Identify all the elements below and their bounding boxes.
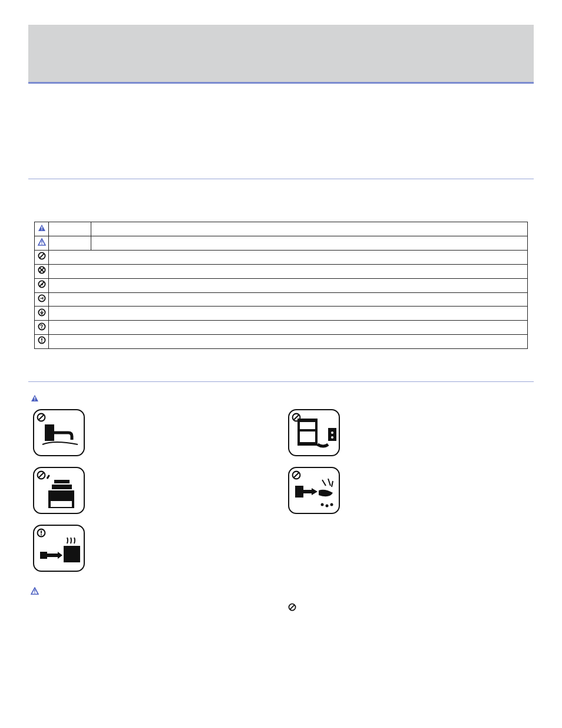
svg-point-49 — [326, 504, 329, 507]
svg-line-61 — [290, 605, 295, 610]
caution-item-text: Be careful, the paper output area is hot… — [33, 623, 274, 634]
no-touch-cell — [35, 278, 49, 292]
warn-line-cell — [35, 236, 49, 251]
row-desc: Hazards or unsafe practices that may res… — [91, 236, 528, 251]
svg-rect-29 — [45, 424, 54, 441]
caution-col-left: During an electrical storm or for a peri… — [33, 602, 274, 676]
symbols-table: WarningHazards or unsafe practices that … — [34, 222, 528, 349]
svg-rect-53 — [41, 534, 42, 535]
table-row: Make sure the machine is grounded to pre… — [35, 307, 528, 321]
intro-paragraph: These warnings and precautions are inclu… — [31, 101, 531, 144]
svg-rect-1 — [41, 226, 42, 229]
svg-rect-46 — [295, 486, 303, 498]
badge-icon — [37, 413, 46, 422]
caution-icon — [31, 587, 39, 594]
svg-line-45 — [294, 472, 299, 477]
table-row: Do not attempt. — [35, 251, 528, 265]
warning-item: Do not use if the power cord is damaged … — [33, 409, 274, 456]
table-row: Call the service center for help. — [35, 321, 528, 335]
caution-item-text: If the machine has been dropped, or if t… — [33, 634, 274, 676]
furniture-pictogram — [288, 409, 340, 456]
svg-point-37 — [331, 436, 333, 439]
svg-rect-33 — [300, 422, 315, 429]
svg-point-48 — [321, 503, 324, 506]
page-title: safety information — [38, 48, 187, 74]
caution-label: Caution — [42, 586, 71, 597]
prohibit-cell — [35, 251, 49, 265]
svg-marker-47 — [312, 488, 318, 495]
svg-rect-26 — [34, 400, 35, 400]
table-row: Do not touch. — [35, 278, 528, 292]
caution-item-text: If the plug does not easily enter the el… — [288, 602, 529, 635]
badge-icon — [292, 413, 301, 422]
section-rule — [28, 381, 534, 382]
row-desc: Do not touch. — [49, 278, 528, 292]
warning-items: Do not use if the power cord is damaged … — [33, 409, 529, 572]
svg-rect-55 — [40, 552, 47, 559]
page-header: safety information — [28, 25, 534, 84]
warn-fill-cell — [35, 222, 49, 236]
svg-rect-5 — [41, 243, 42, 244]
badge-icon — [37, 528, 46, 538]
table-row: Do not disassemble. — [35, 264, 528, 278]
caution-col-right: If the plug does not easily enter the el… — [288, 602, 529, 676]
svg-rect-43 — [54, 480, 70, 483]
warning-item-text: Do not place anything on top of the mach… — [93, 467, 274, 498]
row-desc: Do not attempt. — [49, 251, 528, 265]
svg-rect-42 — [52, 485, 72, 489]
svg-line-28 — [39, 414, 44, 420]
table-row: WarningHazards or unsafe practices that … — [35, 222, 528, 236]
plug-dust-pictogram — [33, 409, 85, 456]
warning-item: Do not bend, or place heavy objects on t… — [288, 409, 529, 456]
svg-rect-2 — [41, 229, 42, 230]
svg-rect-23 — [41, 341, 42, 342]
warning-label: Warning — [42, 393, 73, 403]
svg-rect-4 — [41, 241, 42, 243]
warning-item: Do not remove the plug by pulling on the… — [288, 467, 529, 514]
row-desc: Follow directions explicitly. — [49, 335, 528, 349]
caution-item-text: Do not allow pets to chew on the AC powe… — [288, 635, 529, 657]
row-desc: Unplug the power cord from the wall sock… — [49, 292, 528, 307]
svg-line-31 — [294, 414, 299, 420]
prohibit-icon — [288, 603, 296, 614]
warning-item: Do not place anything on top of the mach… — [33, 467, 274, 514]
warning-icon — [31, 394, 39, 401]
badge-icon — [37, 470, 46, 480]
svg-rect-41 — [51, 501, 72, 507]
svg-rect-35 — [328, 428, 336, 441]
svg-line-39 — [39, 472, 44, 477]
wet-hand-pictogram — [288, 467, 340, 514]
section-subheading: Explanation of all icons and signs used … — [31, 207, 531, 217]
warning-item-text: If the machine gets overheated, it relea… — [93, 525, 274, 566]
warning-item: If the machine gets overheated, it relea… — [33, 525, 274, 572]
svg-point-50 — [330, 503, 333, 506]
svg-rect-22 — [41, 338, 42, 341]
caution-band: Caution — [31, 586, 531, 597]
caution-item-text: During an electrical storm or for a peri… — [33, 602, 274, 623]
svg-line-7 — [39, 254, 44, 259]
row-desc: Do not disassemble. — [49, 264, 528, 278]
badge-icon — [292, 470, 301, 480]
section-important-title: Important safety symbols — [31, 159, 531, 175]
svg-rect-54 — [64, 546, 80, 562]
service-cell — [35, 321, 49, 335]
ground-cell — [35, 307, 49, 321]
caution-items: During an electrical storm or for a peri… — [33, 602, 529, 676]
hot-unplug-pictogram — [33, 525, 85, 572]
svg-point-20 — [41, 328, 42, 329]
unplug-cell — [35, 292, 49, 307]
warning-band: Warning — [31, 393, 531, 403]
svg-rect-25 — [34, 397, 35, 399]
svg-rect-52 — [41, 531, 42, 533]
svg-rect-58 — [34, 589, 35, 592]
section-note: This section explains the meanings of al… — [31, 187, 531, 197]
row-desc: Hazards or unsafe practices that may res… — [91, 222, 528, 236]
svg-point-36 — [331, 431, 333, 434]
books-top-pictogram — [33, 467, 85, 514]
row-desc: Call the service center for help. — [49, 321, 528, 335]
row-label: Caution — [49, 236, 91, 251]
follow-cell — [35, 335, 49, 349]
table-row: Unplug the power cord from the wall sock… — [35, 292, 528, 307]
warning-item-text: Do not remove the plug by pulling on the… — [348, 467, 529, 498]
section-rule — [28, 179, 534, 179]
